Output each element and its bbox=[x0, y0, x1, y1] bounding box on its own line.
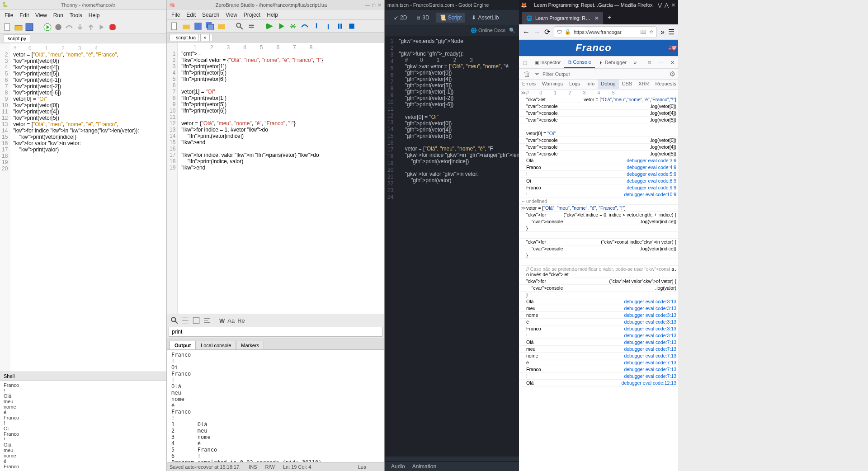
step-out-icon[interactable] bbox=[87, 23, 95, 31]
url-input[interactable]: 🛡 🔒 https://www.francogar 📖 ☆ bbox=[554, 26, 657, 38]
cat-debug[interactable]: Debug bbox=[598, 80, 618, 89]
minimize-icon[interactable]: ⋁ bbox=[658, 2, 662, 8]
godot-editor[interactable]: 123456789101112131415161718192021222324 … bbox=[385, 36, 519, 457]
bottom-animation[interactable]: Animation bbox=[412, 463, 436, 470]
step-over-icon[interactable] bbox=[301, 22, 309, 30]
menu-run[interactable]: Run bbox=[53, 12, 63, 19]
tab-close-icon[interactable]: ✕ bbox=[594, 15, 599, 21]
overflow-icon[interactable]: » bbox=[660, 28, 665, 36]
menu-file[interactable]: File bbox=[171, 12, 180, 18]
cat-logs[interactable]: Logs bbox=[566, 80, 583, 89]
scope-icon[interactable] bbox=[192, 316, 200, 325]
project-dir-icon[interactable] bbox=[217, 22, 226, 30]
new-icon[interactable] bbox=[170, 22, 179, 30]
close-icon[interactable]: ✕ bbox=[671, 2, 675, 8]
workspace-2d[interactable]: ↙ 2D bbox=[390, 13, 410, 23]
nav-reload-icon[interactable]: ⟳ bbox=[544, 28, 550, 36]
devtools-picker-icon[interactable]: ⬚ bbox=[519, 58, 531, 67]
cat-xhr[interactable]: XHR bbox=[635, 80, 652, 89]
stop-icon[interactable] bbox=[108, 23, 117, 31]
menu-project[interactable]: Project bbox=[244, 12, 260, 18]
menu-file[interactable]: File bbox=[5, 12, 13, 19]
replace-icon[interactable] bbox=[247, 22, 255, 30]
regex-button[interactable]: Re bbox=[237, 317, 245, 324]
zerobrane-code-text[interactable]: 1 2 3 4 5 6 7 8"cmt">--"lkw">local vetor… bbox=[178, 42, 323, 314]
zerobrane-output[interactable]: Franco ! Oi Franco ! Olá meu nome é Fran… bbox=[167, 350, 384, 462]
cat-warnings[interactable]: Warnings bbox=[539, 80, 566, 89]
step-into-icon[interactable] bbox=[76, 23, 84, 31]
thonny-editor[interactable]: 234567891011121314151617181920 # 0 1 2 3… bbox=[0, 43, 166, 372]
debug-run-icon[interactable] bbox=[277, 22, 285, 30]
hamburger-icon[interactable]: ☰ bbox=[668, 28, 675, 36]
debug-icon[interactable] bbox=[54, 23, 62, 31]
maximize-icon[interactable]: ◻ bbox=[372, 2, 376, 8]
thonny-code-text[interactable]: # 0 1 2 3 4vetor = ["Olá", "meu", "nome"… bbox=[10, 43, 139, 372]
bookmark-icon[interactable]: ☆ bbox=[649, 29, 654, 35]
workspace-script[interactable]: 📜 Script bbox=[436, 13, 466, 23]
pause-icon[interactable] bbox=[336, 22, 344, 30]
open-icon[interactable] bbox=[14, 23, 23, 31]
step-over-icon[interactable] bbox=[65, 23, 73, 31]
zerobrane-tab[interactable]: script.lua × bbox=[167, 33, 384, 42]
workspace-3d[interactable]: ⧈ 3D bbox=[413, 13, 433, 23]
open-icon[interactable] bbox=[182, 22, 190, 30]
maximize-icon[interactable]: ⋀ bbox=[665, 2, 669, 8]
find-input[interactable] bbox=[169, 327, 382, 337]
menu-view[interactable]: View bbox=[226, 12, 237, 18]
resume-icon[interactable] bbox=[98, 23, 106, 31]
devtools-inspector[interactable]: ▣ Inspector bbox=[531, 58, 564, 67]
nav-forward-icon[interactable]: → bbox=[533, 28, 541, 36]
devtools-more-icon[interactable]: » bbox=[630, 58, 640, 67]
menu-edit[interactable]: Edit bbox=[186, 12, 196, 18]
shield-icon[interactable]: 🛡 bbox=[557, 29, 562, 35]
trash-icon[interactable]: 🗑 bbox=[521, 70, 533, 78]
menu-help[interactable]: Help bbox=[89, 12, 100, 19]
step-out-icon[interactable] bbox=[324, 22, 332, 30]
godot-code-text[interactable]: "gkw">extends "gty">Node "gkw">func "gfn… bbox=[397, 36, 519, 457]
save-icon[interactable] bbox=[25, 23, 33, 31]
zerobrane-editor[interactable]: 12345678910111213141516171819 1 2 3 4 5 … bbox=[167, 42, 384, 314]
settings-icon[interactable]: ⚙ bbox=[666, 70, 678, 78]
stop-icon[interactable] bbox=[348, 22, 356, 30]
new-file-icon[interactable] bbox=[4, 23, 12, 31]
thonny-shell[interactable]: Franco!OlámeunomeéFranco!OiFranco!Olámeu… bbox=[0, 381, 166, 471]
menu-help[interactable]: Help bbox=[267, 12, 278, 18]
local-console-tab[interactable]: Local console bbox=[196, 341, 236, 349]
menu-tools[interactable]: Tools bbox=[70, 12, 82, 19]
save-icon[interactable] bbox=[194, 22, 202, 30]
devtools-dots-icon[interactable]: ⋯ bbox=[655, 58, 667, 67]
bottom-audio[interactable]: Audio bbox=[391, 463, 405, 470]
search-help-icon[interactable]: 🔍 bbox=[509, 28, 515, 33]
minimize-icon[interactable]: — bbox=[365, 2, 370, 8]
reader-icon[interactable]: 📖 bbox=[640, 29, 646, 35]
thonny-shell-tab[interactable]: Shell bbox=[0, 372, 166, 381]
cat-errors[interactable]: Errors bbox=[519, 80, 539, 89]
workspace-assetlib[interactable]: ⬇ AssetLib bbox=[468, 13, 502, 23]
menu-view[interactable]: View bbox=[35, 12, 47, 19]
cat-css[interactable]: CSS bbox=[619, 80, 636, 89]
run-icon[interactable] bbox=[265, 22, 274, 30]
indent-icon[interactable] bbox=[181, 316, 189, 325]
start-debug-icon[interactable] bbox=[289, 22, 297, 30]
tab-close-icon[interactable]: × bbox=[200, 34, 209, 41]
online-docs-link[interactable]: 🌐 Online Docs bbox=[471, 28, 505, 33]
browser-tab[interactable]: 🌐 Learn Programming: Repetiti ✕ bbox=[522, 12, 603, 24]
thonny-editor-tab[interactable]: script.py bbox=[0, 33, 166, 43]
whole-word-button[interactable]: W bbox=[219, 317, 225, 324]
save-all-icon[interactable] bbox=[206, 22, 214, 30]
match-case-button[interactable]: Aa bbox=[227, 317, 235, 324]
cat-requests[interactable]: Requests bbox=[652, 80, 679, 89]
nav-back-icon[interactable]: ← bbox=[523, 28, 530, 36]
step-into-icon[interactable] bbox=[312, 22, 321, 30]
new-tab-button[interactable]: + bbox=[603, 10, 616, 24]
devtools-console[interactable]: ⧉ Console bbox=[564, 57, 594, 68]
find-icon[interactable] bbox=[236, 22, 244, 30]
flag-usa-icon[interactable]: 🇺🇸 bbox=[668, 44, 678, 52]
wrap-icon[interactable] bbox=[203, 316, 211, 325]
run-icon[interactable] bbox=[43, 23, 52, 31]
devtools-debugger[interactable]: ⏵ Debugger bbox=[595, 58, 630, 67]
markers-tab[interactable]: Markers bbox=[236, 341, 264, 349]
devtools-iframe-icon[interactable]: ⧈ bbox=[644, 58, 655, 67]
devtools-close-icon[interactable]: ✕ bbox=[667, 58, 678, 67]
output-tab[interactable]: Output bbox=[170, 341, 196, 349]
